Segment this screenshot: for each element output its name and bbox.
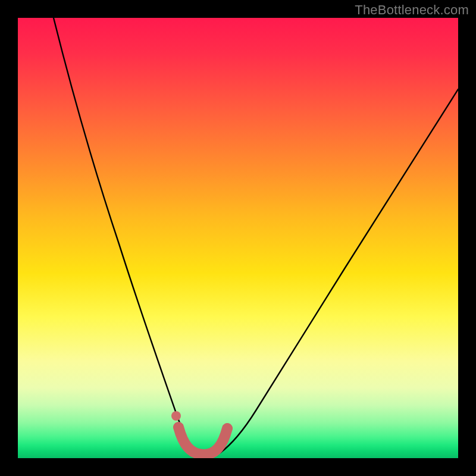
grip-u-path xyxy=(178,427,227,455)
grip-dot-icon xyxy=(171,411,181,421)
plot-area xyxy=(18,18,458,458)
watermark-text: TheBottleneck.com xyxy=(355,2,469,18)
chart-frame: TheBottleneck.com xyxy=(0,0,476,476)
right-curve xyxy=(220,89,458,453)
curves-layer xyxy=(18,18,458,458)
left-curve xyxy=(54,18,192,452)
